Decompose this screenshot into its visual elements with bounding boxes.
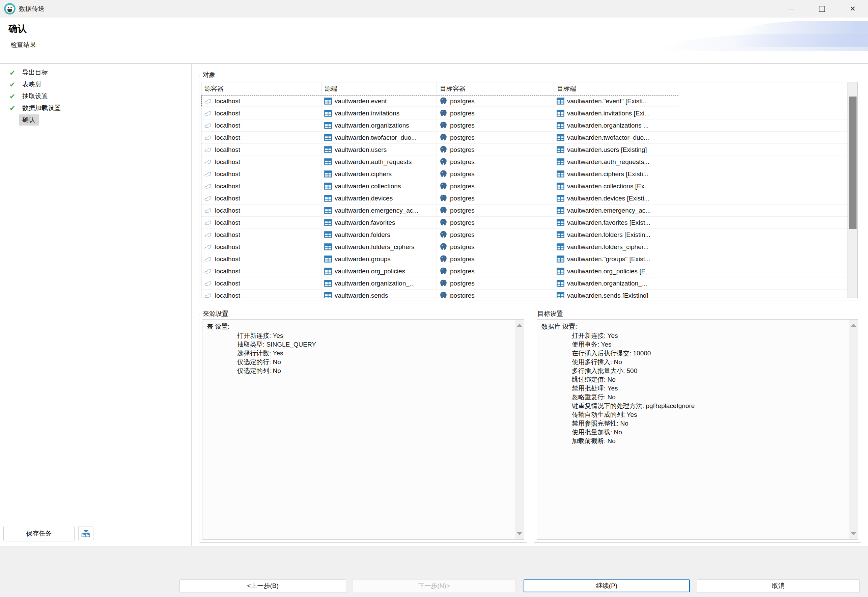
scroll-up-icon[interactable]	[517, 324, 522, 327]
table-row[interactable]: localhostvaultwarden.cipherspostgresvaul…	[201, 168, 847, 180]
table-icon	[557, 292, 564, 298]
column-header-2[interactable]: 源端	[321, 82, 437, 95]
scroll-up-icon[interactable]	[851, 324, 856, 327]
cell-text: vaultwarden.folders	[335, 231, 390, 239]
source-settings-text: 表 设置:打开新连接: Yes抽取类型: SINGLE_QUERY选择行计数: …	[202, 319, 515, 539]
cell-target: vaultwarden.devices [Existi...	[554, 192, 679, 205]
table-row[interactable]: localhostvaultwarden.organization_...pos…	[201, 278, 847, 290]
next-button[interactable]: 下一步(N)>	[353, 579, 515, 592]
cell-filler	[679, 192, 847, 205]
table-row[interactable]: localhostvaultwarden.twofactor_duo...pos…	[201, 132, 847, 144]
cell-text: vaultwarden.invitations	[335, 110, 399, 117]
cell-text: postgres	[450, 219, 475, 226]
target-settings-title: 目标设置	[536, 309, 565, 318]
host-icon	[204, 134, 212, 142]
objects-table: 源容器源端目标容器目标端 localhostvaultwarden.eventp…	[201, 82, 858, 298]
column-header-1[interactable]: 源容器	[201, 82, 321, 95]
source-settings-scrollbar[interactable]	[515, 319, 524, 539]
cell-filler	[679, 229, 847, 241]
cell-text: localhost	[215, 146, 240, 154]
cell-text: vaultwarden.organizations ...	[567, 122, 649, 129]
postgres-icon	[440, 97, 447, 105]
cell-target-container: postgres	[437, 217, 554, 229]
cell-text: postgres	[450, 171, 475, 178]
postgres-icon	[440, 158, 447, 166]
table-row[interactable]: localhostvaultwarden.userspostgresvaultw…	[201, 144, 847, 156]
cell-text: localhost	[215, 98, 240, 105]
table-row[interactable]: localhostvaultwarden.organizationspostgr…	[201, 119, 847, 132]
cell-source: vaultwarden.folders_ciphers	[321, 241, 437, 253]
cell-target-container: postgres	[437, 290, 554, 298]
table-row[interactable]: localhostvaultwarden.folders_cipherspost…	[201, 241, 847, 253]
wizard-step-3[interactable]: ✔抽取设置	[9, 91, 185, 102]
table-row[interactable]: localhostvaultwarden.devicespostgresvaul…	[201, 192, 847, 205]
table-row[interactable]: localhostvaultwarden.emergency_ac...post…	[201, 205, 847, 217]
sidebar-divider	[191, 64, 192, 546]
cell-filler	[679, 119, 847, 132]
scroll-down-icon[interactable]	[851, 532, 856, 535]
cell-text: localhost	[215, 158, 240, 166]
settings-item: 加载前截断: No	[541, 437, 847, 446]
back-button[interactable]: <上一步(B)	[179, 579, 346, 592]
table-row[interactable]: localhostvaultwarden.collectionspostgres…	[201, 180, 847, 192]
check-icon: ✔	[9, 69, 19, 76]
table-row[interactable]: localhostvaultwarden.auth_requestspostgr…	[201, 156, 847, 168]
cell-text: localhost	[215, 292, 240, 298]
column-header-4[interactable]: 目标端	[554, 82, 679, 95]
cell-target: vaultwarden.org_policies [E...	[554, 265, 679, 278]
table-row[interactable]: localhostvaultwarden.groupspostgresvault…	[201, 253, 847, 265]
cell-text: localhost	[215, 183, 240, 190]
table-row[interactable]: localhostvaultwarden.invitationspostgres…	[201, 107, 847, 119]
cell-source: vaultwarden.auth_requests	[321, 156, 437, 168]
column-header-3[interactable]: 目标容器	[437, 82, 554, 95]
table-scrollbar-thumb[interactable]	[849, 97, 856, 229]
target-settings-scrollbar[interactable]	[849, 319, 858, 539]
save-task-button[interactable]: 保存任务	[3, 526, 74, 541]
close-button[interactable]: ✕	[837, 0, 868, 18]
cell-text: vaultwarden.org_policies [E...	[567, 267, 651, 275]
cell-source-container: localhost	[201, 156, 321, 168]
table-row[interactable]: localhostvaultwarden.eventpostgresvaultw…	[201, 95, 847, 107]
cell-text: vaultwarden.auth_requests...	[567, 158, 649, 166]
wizard-step-5[interactable]: ✔确认	[9, 114, 185, 126]
scroll-down-icon[interactable]	[517, 532, 522, 535]
wizard-step-2[interactable]: ✔表映射	[9, 79, 185, 91]
cell-target-container: postgres	[437, 229, 554, 241]
cell-source-container: localhost	[201, 278, 321, 290]
cell-source-container: localhost	[201, 168, 321, 180]
table-icon	[324, 255, 332, 263]
cell-text: vaultwarden.users [Existing]	[567, 146, 647, 154]
settings-item: 选择行计数: Yes	[207, 349, 513, 358]
wizard-step-4[interactable]: ✔数据加载设置	[9, 102, 185, 114]
table-row[interactable]: localhostvaultwarden.org_policiespostgre…	[201, 265, 847, 278]
host-icon	[204, 146, 212, 154]
proceed-button[interactable]: 继续(P)	[524, 579, 690, 592]
wizard-step-label: 导出目标	[19, 67, 52, 78]
cell-source: vaultwarden.devices	[321, 192, 437, 205]
table-icon	[324, 122, 332, 129]
table-row[interactable]: localhostvaultwarden.favoritespostgresva…	[201, 217, 847, 229]
cell-source-container: localhost	[201, 265, 321, 278]
cell-text: postgres	[450, 292, 475, 298]
cancel-button[interactable]: 取消	[697, 579, 859, 592]
cell-target-container: postgres	[437, 180, 554, 192]
save-task-icon-button[interactable]	[78, 526, 93, 541]
cell-source-container: localhost	[201, 217, 321, 229]
table-row[interactable]: localhostvaultwarden.folderspostgresvaul…	[201, 229, 847, 241]
maximize-button[interactable]	[807, 0, 837, 18]
table-vertical-scrollbar[interactable]	[847, 82, 858, 298]
table-icon	[557, 279, 564, 287]
table-row[interactable]: localhostvaultwarden.sendspostgresvaultw…	[201, 290, 847, 298]
table-icon	[324, 279, 332, 287]
wizard-step-1[interactable]: ✔导出目标	[9, 67, 185, 79]
table-icon	[324, 97, 332, 105]
cell-target-container: postgres	[437, 107, 554, 119]
cell-text: postgres	[450, 98, 475, 105]
column-header-filler[interactable]	[679, 82, 847, 95]
postgres-icon	[440, 109, 447, 117]
objects-table-header: 源容器源端目标容器目标端	[201, 82, 847, 95]
cell-text: postgres	[450, 134, 475, 141]
minimize-button[interactable]: ─	[776, 0, 807, 18]
cell-text: postgres	[450, 280, 475, 287]
cell-source-container: localhost	[201, 253, 321, 265]
